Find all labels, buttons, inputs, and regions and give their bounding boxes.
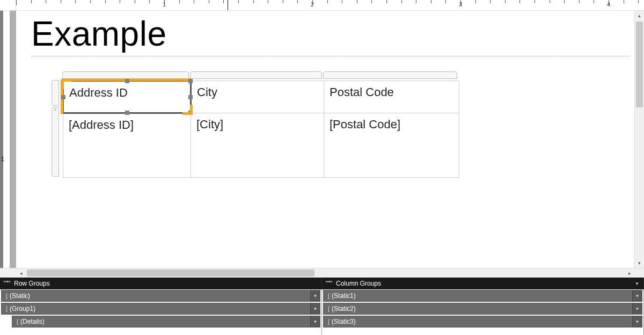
scroll-right-arrow-icon[interactable]: ▸ <box>625 271 634 276</box>
vscroll-thumb[interactable] <box>636 21 643 107</box>
row-handle-header[interactable] <box>52 80 59 106</box>
row-group-item-label: (Group1) <box>10 305 35 312</box>
resize-handle[interactable] <box>188 111 193 115</box>
group-dropdown-icon[interactable]: ▼ <box>632 290 642 301</box>
tablix-data-cell[interactable]: [Address ID] <box>63 113 191 178</box>
report-title-textbox[interactable]: Example <box>31 14 634 54</box>
grouping-pane-header: Row Groups Column Groups ▼ <box>0 278 644 289</box>
tablix-data-cell[interactable]: [Postal Code] <box>324 113 459 178</box>
row-group-item-label: (Details) <box>20 318 45 325</box>
resize-handle[interactable] <box>188 79 193 83</box>
column-groups-label: Column Groups <box>336 280 381 287</box>
bracket-icon: [ <box>328 318 330 325</box>
resize-handle[interactable] <box>125 111 129 115</box>
bracket-icon: [ <box>6 293 8 299</box>
ruler-corner <box>0 0 16 10</box>
row-group-item[interactable]: [(Group1)▼ <box>1 303 320 315</box>
ruler-row: 1234 <box>0 0 644 11</box>
column-groups-icon <box>325 280 333 287</box>
tablix-header-cell[interactable]: City <box>191 81 324 113</box>
scroll-left-arrow-icon[interactable]: ◂ <box>16 271 26 276</box>
report-designer: 1234 1 Example ≡ Address IDCit <box>0 0 644 335</box>
tablix-region[interactable]: ≡ Address IDCityPostal Code [Address ID]… <box>48 69 634 178</box>
column-handle[interactable] <box>323 71 457 79</box>
bracket-icon: [ <box>328 305 330 312</box>
column-group-item[interactable]: [(Static2)▼ <box>323 303 642 315</box>
grouping-pane-body: [(Static)▼[(Group1)▼[(Details)▼ [(Static… <box>0 289 644 335</box>
horizontal-ruler[interactable]: 1234 <box>16 0 644 10</box>
vscroll-track[interactable] <box>635 20 644 258</box>
row-handle-detail[interactable]: ≡ <box>52 107 59 177</box>
row-groups-label: Row Groups <box>14 280 50 287</box>
bracket-icon: [ <box>17 318 18 325</box>
resize-handle[interactable] <box>61 95 65 99</box>
column-group-item[interactable]: [(Static3)▼ <box>323 316 642 327</box>
row-group-item-label: (Static) <box>10 292 30 300</box>
design-surface-row: 1 Example ≡ Address IDCityPostal Code [A… <box>0 11 644 268</box>
row-handles[interactable]: ≡ <box>48 80 60 178</box>
title-underline <box>31 56 630 56</box>
scroll-down-arrow-icon[interactable]: ▾ <box>635 258 644 268</box>
ruler-cursor-marker <box>228 0 228 10</box>
scroll-up-arrow-icon[interactable]: ▴ <box>635 11 644 20</box>
group-dropdown-icon[interactable]: ▼ <box>632 316 642 327</box>
column-handle[interactable] <box>62 71 189 79</box>
column-group-item[interactable]: [(Static1)▼ <box>323 290 642 302</box>
design-canvas[interactable]: Example ≡ Address IDCityPostal Code [Add… <box>10 11 634 268</box>
horizontal-scrollbar[interactable]: ◂ ▸ <box>16 268 634 278</box>
group-dropdown-icon[interactable]: ▼ <box>310 303 320 314</box>
horizontal-scrollbar-row: ◂ ▸ <box>0 268 644 278</box>
group-dropdown-icon[interactable]: ▼ <box>310 316 320 327</box>
tablix-table[interactable]: Address IDCityPostal Code [Address ID][C… <box>62 80 459 178</box>
column-group-item-label: (Static2) <box>332 305 356 312</box>
hscroll-track[interactable] <box>26 268 625 278</box>
row-group-item[interactable]: [(Static)▼ <box>1 290 320 302</box>
row-groups-header[interactable]: Row Groups <box>0 278 322 289</box>
vertical-scrollbar[interactable]: ▴ ▾ <box>634 11 644 268</box>
resize-handle[interactable] <box>125 79 129 83</box>
hscroll-thumb[interactable] <box>27 270 314 276</box>
group-dropdown-icon[interactable]: ▼ <box>632 303 642 314</box>
column-group-item-label: (Static3) <box>332 318 356 325</box>
resize-handle[interactable] <box>188 95 193 99</box>
grouping-menu-icon[interactable]: ▼ <box>635 281 639 286</box>
column-groups-header[interactable]: Column Groups ▼ <box>322 278 644 289</box>
row-groups-list[interactable]: [(Static)▼[(Group1)▼[(Details)▼ <box>0 289 322 335</box>
tablix-header-cell[interactable]: Postal Code <box>324 81 459 113</box>
row-groups-icon <box>3 280 11 287</box>
column-groups-list[interactable]: [(Static1)▼[(Static2)▼[(Static3)▼ <box>322 289 644 335</box>
column-group-item-label: (Static1) <box>332 292 356 300</box>
tablix-header-cell[interactable]: Address ID <box>63 81 191 113</box>
bracket-icon: [ <box>328 293 330 299</box>
group-dropdown-icon[interactable]: ▼ <box>310 290 320 301</box>
vertical-ruler-band <box>0 11 3 268</box>
column-handle[interactable] <box>190 71 322 79</box>
row-group-item[interactable]: [(Details)▼ <box>12 316 320 327</box>
tablix-data-cell[interactable]: [City] <box>191 113 324 178</box>
bracket-icon: [ <box>6 305 8 312</box>
